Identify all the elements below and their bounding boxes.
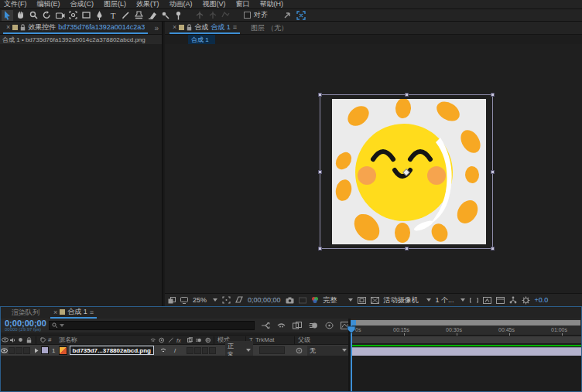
layer-source-name[interactable]: bd735d7...378802abcd.png — [70, 346, 154, 355]
layer-expander-icon[interactable] — [33, 348, 41, 353]
effect-controls-tab[interactable]: × 效果控件 bd735d76fa1392a0014c2a378802abcd.… — [3, 22, 148, 34]
layer-solo-cell[interactable] — [15, 347, 22, 354]
selection-handle[interactable] — [318, 247, 322, 251]
grid-guides-icon[interactable] — [371, 297, 379, 304]
fast-previews-icon[interactable] — [483, 297, 491, 304]
selection-handle[interactable] — [405, 247, 409, 251]
timeline-timecode[interactable]: 0;00;00;00 — [5, 319, 49, 327]
brush-tool[interactable] — [120, 10, 132, 21]
pixel-aspect-icon[interactable] — [470, 297, 478, 304]
layer-visibility-eye-icon[interactable] — [1, 348, 9, 353]
camera-view-dropdown[interactable]: 活动摄像机 — [384, 295, 431, 305]
tab-menu-icon[interactable]: ≡ — [233, 23, 237, 31]
brainstorm-icon[interactable] — [325, 322, 334, 329]
snap-checkbox[interactable] — [244, 12, 251, 19]
layer-row[interactable]: 1 bd735d7...378802abcd.png / 正常 无 — [1, 345, 349, 356]
channel-icon[interactable] — [311, 296, 319, 304]
transparency-grid-icon[interactable] — [235, 296, 243, 304]
show-snapshot-icon[interactable] — [299, 297, 306, 304]
shy-toggle-icon[interactable] — [277, 322, 286, 329]
tab-menu-icon[interactable]: ≡ — [90, 308, 94, 316]
puppet-pin-tool[interactable] — [173, 10, 184, 21]
menu-item-layer[interactable]: 图层(L) — [104, 0, 126, 9]
menu-item-effect[interactable]: 效果(T) — [136, 0, 159, 9]
selection-handle[interactable] — [491, 170, 495, 174]
frame-blend-toggle-icon[interactable] — [293, 322, 302, 329]
selection-handle[interactable] — [318, 93, 322, 97]
crosshair-expand-icon[interactable] — [295, 10, 306, 21]
time-ruler[interactable]: 0s 00:15s 00:30s 00:45s 01:00s — [351, 326, 581, 336]
menu-item-file[interactable]: 文件(F) — [4, 0, 27, 9]
menu-item-composition[interactable]: 合成(C) — [70, 0, 94, 9]
rotation-tool[interactable] — [41, 10, 53, 21]
snap-label[interactable]: 对齐 — [254, 10, 268, 20]
flowchart-icon[interactable] — [509, 296, 517, 304]
magnification-dropdown[interactable]: 25% — [193, 296, 217, 304]
selection-handle[interactable] — [405, 93, 409, 97]
close-icon[interactable]: × — [173, 23, 176, 31]
timeline-button-icon[interactable] — [496, 297, 505, 304]
menu-item-window[interactable]: 窗口 — [236, 0, 250, 9]
timeline-search-box[interactable] — [49, 321, 255, 330]
menu-item-animation[interactable]: 动画(A) — [169, 0, 193, 9]
parent-pickwhip-icon[interactable] — [296, 347, 303, 354]
timeline-comp-tab[interactable]: × 合成 1 ≡ — [50, 307, 97, 319]
zoom-tool[interactable] — [28, 10, 39, 21]
layer-tab[interactable]: 图层 （无） — [251, 23, 288, 33]
pan-behind-tool[interactable] — [67, 10, 79, 21]
pen-tool[interactable] — [94, 10, 105, 21]
selection-handle[interactable] — [491, 93, 495, 97]
layer-stretch[interactable]: / — [174, 347, 176, 354]
render-queue-tab[interactable]: 渲染队列 — [1, 308, 50, 318]
close-icon[interactable]: × — [6, 23, 10, 31]
resolution-dropdown[interactable]: 完整 — [324, 295, 353, 305]
roi-icon[interactable] — [222, 296, 231, 304]
viewer-canvas[interactable] — [165, 44, 582, 293]
layer-lock-cell[interactable] — [23, 347, 30, 354]
composition-tab[interactable]: × 合成 合成 1 ≡ — [169, 22, 240, 34]
exposure-gear-icon[interactable] — [522, 296, 530, 305]
playhead-marker[interactable] — [347, 326, 356, 334]
layer-label-color-chip[interactable] — [41, 346, 49, 354]
layer-audio-cell[interactable] — [9, 347, 15, 354]
mini-flowchart-icon[interactable] — [261, 322, 270, 329]
exposure-value[interactable]: +0.0 — [535, 296, 549, 304]
hand-tool[interactable] — [15, 10, 26, 21]
menu-item-help[interactable]: 帮助(H) — [260, 0, 284, 9]
breadcrumb[interactable]: 合成 1 — [188, 35, 215, 45]
layer-quality-icon[interactable] — [160, 347, 166, 353]
display-icon[interactable] — [180, 297, 188, 304]
source-name-column-header[interactable]: 源名称 — [59, 336, 150, 344]
eraser-tool[interactable] — [146, 10, 158, 21]
work-area-bar[interactable] — [351, 336, 581, 344]
selection-handle[interactable] — [318, 170, 322, 174]
target-region-icon[interactable] — [358, 297, 366, 304]
selection-handle[interactable] — [491, 247, 495, 251]
search-options-caret[interactable] — [60, 324, 64, 327]
type-tool[interactable]: T — [107, 10, 118, 21]
track-empty-area — [351, 356, 581, 390]
camera-tool[interactable] — [54, 10, 66, 21]
clone-stamp-tool[interactable] — [133, 10, 145, 21]
view-layout-dropdown[interactable]: 1 个... — [436, 295, 465, 305]
close-icon[interactable]: × — [53, 308, 57, 316]
time-navigator-bar[interactable] — [351, 320, 580, 326]
layer-parent-dropdown[interactable]: 无 — [307, 346, 349, 356]
motion-blur-toggle-icon[interactable] — [309, 322, 318, 329]
selection-tool[interactable] — [2, 10, 13, 21]
layer-duration-bar[interactable] — [352, 347, 581, 356]
panel-overflow-icon[interactable]: » — [154, 24, 162, 32]
shape-tool[interactable] — [80, 10, 92, 21]
index-column-header[interactable]: # — [48, 336, 59, 343]
menu-item-edit[interactable]: 编辑(E) — [37, 0, 60, 9]
menu-item-view[interactable]: 视图(V) — [203, 0, 226, 9]
parent-column-header[interactable]: 父级 — [298, 336, 310, 344]
cursor-arrow-icon[interactable] — [282, 10, 293, 21]
layer-trkmat-cell[interactable] — [259, 346, 285, 354]
snapshot-camera-icon[interactable] — [286, 297, 294, 304]
quality-icon — [168, 337, 173, 343]
trkmat-column-header[interactable]: TrkMat — [255, 336, 291, 343]
snapshot-stack-icon[interactable] — [168, 297, 176, 304]
roto-brush-tool[interactable] — [159, 10, 171, 21]
viewer-timecode[interactable]: 0;00;00;00 — [248, 296, 281, 304]
